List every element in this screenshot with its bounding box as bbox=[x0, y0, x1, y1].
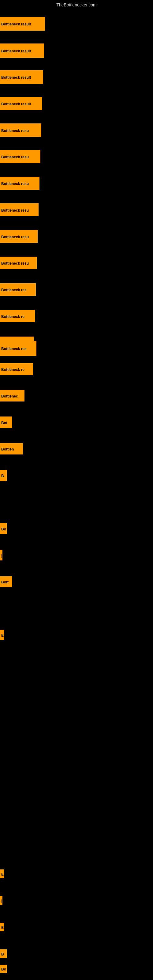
bottleneck-result-item: Bott bbox=[0, 576, 12, 587]
bottleneck-result-item: E bbox=[0, 630, 4, 640]
bottleneck-result-item: Bottleneck result bbox=[0, 97, 42, 110]
bottleneck-result-item: E bbox=[0, 869, 4, 878]
bottleneck-result-item: Bottleneck re bbox=[0, 363, 33, 375]
bottleneck-result-item: Bot bbox=[0, 417, 12, 428]
bottleneck-result-item: Bo bbox=[0, 965, 7, 973]
bottleneck-result-item: Bottleneck resu bbox=[0, 257, 37, 269]
bottleneck-result-item: Bottlenec bbox=[0, 390, 24, 401]
bottleneck-result-item: Bottleneck result bbox=[0, 70, 43, 84]
bottleneck-result-item: Bottlen bbox=[0, 443, 23, 455]
bottleneck-result-item: Bottleneck res bbox=[0, 341, 37, 356]
bottleneck-result-item: Bottleneck resu bbox=[0, 230, 38, 243]
bottleneck-result-item: Bo bbox=[0, 523, 7, 534]
bottleneck-result-item: Bottleneck res bbox=[0, 283, 36, 296]
bottleneck-result-item: | bbox=[0, 896, 2, 905]
bottleneck-result-item: Bottleneck result bbox=[0, 17, 45, 30]
bottleneck-result-item: | bbox=[0, 550, 2, 560]
bottleneck-result-item: Bottleneck result bbox=[0, 43, 44, 58]
bottleneck-result-item: Bottleneck re bbox=[0, 310, 35, 322]
bottleneck-result-item: B bbox=[0, 950, 7, 958]
bottleneck-result-item: Bottleneck resu bbox=[0, 204, 38, 216]
bottleneck-result-item: B bbox=[0, 470, 7, 481]
bottleneck-result-item: E bbox=[0, 923, 4, 931]
bottleneck-result-item: Bottleneck resu bbox=[0, 123, 41, 137]
site-title: TheBottlenecker.com bbox=[0, 0, 153, 9]
bottleneck-result-item: Bottleneck resu bbox=[0, 150, 40, 163]
bottleneck-result-item: Bottleneck resu bbox=[0, 177, 40, 190]
